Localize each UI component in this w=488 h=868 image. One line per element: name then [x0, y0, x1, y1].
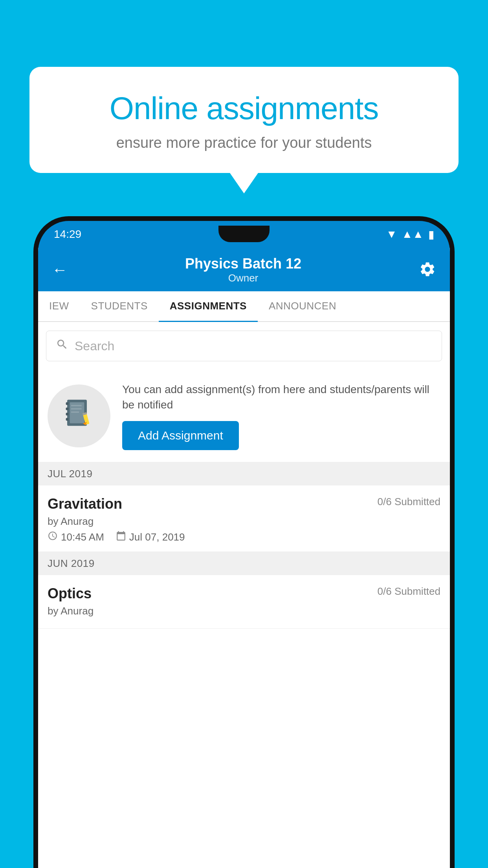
- status-icons: ▼ ▲▲ ▮: [386, 228, 434, 241]
- assignment-top: Gravitation 0/6 Submitted: [48, 496, 440, 512]
- add-assignment-section: You can add assignment(s) from here and …: [38, 370, 450, 462]
- calendar-icon: [116, 531, 126, 544]
- content-area: Search: [38, 322, 450, 868]
- phone-frame: 14:29 ▼ ▲▲ ▮ ← Physics Batch 12 Owner: [33, 216, 455, 868]
- assignment-item-optics[interactable]: Optics 0/6 Submitted by Anurag: [38, 575, 450, 629]
- phone-notch: [218, 226, 270, 242]
- bubble-subtitle: ensure more practice for your students: [57, 134, 431, 151]
- month-header-jun: JUN 2019: [38, 552, 450, 575]
- tabs-container: IEW STUDENTS ASSIGNMENTS ANNOUNCEN: [38, 291, 450, 322]
- assignment-item-gravitation[interactable]: Gravitation 0/6 Submitted by Anurag 10:4…: [38, 485, 450, 552]
- battery-icon: ▮: [428, 228, 434, 241]
- search-icon: [56, 338, 68, 354]
- back-button[interactable]: ←: [52, 261, 68, 279]
- optics-submitted: 0/6 Submitted: [378, 585, 440, 598]
- header-center: Physics Batch 12 Owner: [185, 256, 301, 284]
- phone-screen: ← Physics Batch 12 Owner IEW STUDENTS AS…: [38, 248, 450, 868]
- assignment-author: by Anurag: [48, 515, 440, 528]
- add-assignment-text: You can add assignment(s) from here and …: [122, 382, 440, 450]
- date-value: Jul 07, 2019: [129, 531, 185, 543]
- svg-rect-3: [71, 408, 82, 410]
- assignment-icon-circle: [48, 384, 110, 447]
- svg-rect-7: [66, 413, 69, 416]
- optics-author: by Anurag: [48, 605, 440, 617]
- search-placeholder: Search: [75, 339, 114, 353]
- signal-icon: ▲▲: [402, 228, 424, 241]
- tab-assignments[interactable]: ASSIGNMENTS: [159, 291, 258, 322]
- assignment-name: Gravitation: [48, 496, 122, 512]
- header-title: Physics Batch 12: [185, 256, 301, 272]
- time-value: 10:45 AM: [61, 531, 104, 543]
- svg-rect-5: [66, 403, 69, 405]
- svg-rect-6: [66, 408, 69, 410]
- notebook-icon: [63, 397, 95, 435]
- svg-rect-2: [71, 405, 82, 406]
- header-subtitle: Owner: [185, 272, 301, 284]
- settings-button[interactable]: [419, 261, 436, 280]
- add-assignment-description: You can add assignment(s) from here and …: [122, 382, 440, 412]
- tab-announcements[interactable]: ANNOUNCEN: [258, 291, 347, 322]
- optics-assignment-top: Optics 0/6 Submitted: [48, 585, 440, 602]
- svg-rect-4: [71, 412, 79, 413]
- optics-name: Optics: [48, 585, 92, 602]
- status-time: 14:29: [54, 228, 81, 241]
- app-header: ← Physics Batch 12 Owner: [38, 248, 450, 291]
- tab-iew[interactable]: IEW: [38, 291, 80, 322]
- month-header-jul: JUL 2019: [38, 462, 450, 485]
- assignment-time: 10:45 AM: [48, 531, 104, 544]
- svg-rect-8: [66, 418, 69, 421]
- tab-students[interactable]: STUDENTS: [80, 291, 159, 322]
- assignment-date: Jul 07, 2019: [116, 531, 185, 544]
- assignment-meta: 10:45 AM Jul 07, 2019: [48, 531, 440, 544]
- speech-bubble-container: Online assignments ensure more practice …: [29, 67, 459, 173]
- add-assignment-button[interactable]: Add Assignment: [122, 421, 239, 450]
- clock-icon: [48, 531, 58, 544]
- speech-bubble: Online assignments ensure more practice …: [29, 67, 459, 173]
- assignment-submitted: 0/6 Submitted: [378, 496, 440, 508]
- bubble-title: Online assignments: [57, 90, 431, 127]
- phone-inner: 14:29 ▼ ▲▲ ▮ ← Physics Batch 12 Owner: [38, 221, 450, 868]
- search-bar[interactable]: Search: [46, 331, 442, 361]
- wifi-icon: ▼: [386, 228, 397, 241]
